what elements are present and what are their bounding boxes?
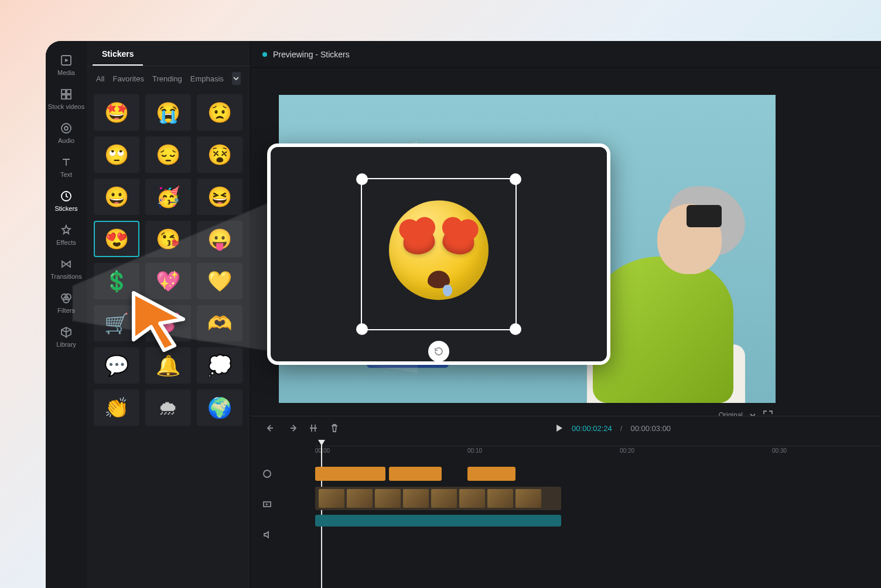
- gold-hearts-icon: 💛: [197, 263, 243, 299]
- rain-cloud-icon: 🌧: [145, 389, 191, 426]
- transitions-icon: [60, 258, 73, 271]
- sticker-wink-kiss-emoji[interactable]: 😘: [145, 221, 191, 257]
- floating-hearts-icon: 💕: [145, 305, 191, 341]
- sticker-earth-plants[interactable]: 🌍: [197, 389, 243, 426]
- rail-effects[interactable]: Effects: [46, 220, 87, 254]
- thought-heart-icon: 💭: [197, 347, 243, 384]
- sticker-omg-hands[interactable]: 👏: [94, 389, 139, 426]
- sticker-rain-cloud[interactable]: 🌧: [145, 389, 191, 426]
- sticker-edit-overlay[interactable]: [267, 143, 610, 365]
- sticker-tongue-out-emoji[interactable]: 😛: [197, 221, 243, 257]
- ruler-tick: 00:10: [467, 447, 482, 454]
- play-icon[interactable]: [554, 423, 564, 433]
- omg-hands-icon: 👏: [94, 389, 139, 426]
- stock-videos-icon: [60, 88, 73, 101]
- rail-text[interactable]: Text: [46, 152, 87, 186]
- sticker-grid: 🤩😭😟🙄😔😵😀🥳😆😍😘😛💲💖💛🛒💕🫶💬🔔💭👏🌧🌍: [87, 91, 250, 437]
- effects-icon: [60, 224, 73, 237]
- sticker-gold-hearts[interactable]: 💛: [197, 263, 243, 299]
- video-track[interactable]: 123.mp4 00:16:03: [315, 487, 881, 510]
- hand-heart-icon: 🫶: [197, 305, 243, 341]
- rail-media[interactable]: Media: [46, 50, 87, 84]
- timeline-ruler[interactable]: 00:00 00:10 00:20 00:30: [315, 446, 881, 455]
- bell-bow-icon: 🔔: [145, 347, 191, 384]
- stickers-panel: Stickers All Favorites Trending Emphasis…: [87, 41, 251, 588]
- resize-handle-tr[interactable]: [510, 173, 521, 185]
- star-eyes-emoji-icon: 🤩: [94, 94, 139, 131]
- sticker-hand-heart[interactable]: 🫶: [197, 305, 243, 341]
- video-clip[interactable]: 123.mp4 00:16:03: [315, 487, 561, 510]
- sticker-worried-emoji[interactable]: 😟: [197, 94, 243, 131]
- split-icon[interactable]: [308, 423, 319, 433]
- sticker-hearts-stars[interactable]: 💖: [145, 263, 191, 299]
- resize-handle-bl[interactable]: [356, 323, 368, 335]
- sticker-haha-laugh-emoji[interactable]: 😆: [197, 179, 243, 215]
- svg-point-6: [64, 127, 68, 130]
- ruler-tick: 00:20: [620, 447, 634, 454]
- tab-all[interactable]: All: [96, 74, 104, 83]
- video-lane-icon: [262, 493, 272, 516]
- library-icon: [60, 326, 73, 339]
- sticker-crying-emoji[interactable]: 😭: [145, 94, 191, 131]
- rotate-handle[interactable]: [428, 341, 449, 362]
- tab-favorites[interactable]: Favorites: [112, 74, 144, 83]
- tab-trending[interactable]: Trending: [152, 74, 182, 83]
- ruler-tick: 00:30: [772, 447, 787, 454]
- audio-track[interactable]: [315, 515, 881, 527]
- sticker-floating-hearts[interactable]: 💕: [145, 305, 191, 341]
- rail-label: Stock videos: [48, 103, 84, 110]
- sticker-eye-roll-emoji[interactable]: 🙄: [94, 136, 139, 173]
- worried-emoji-icon: 😟: [197, 94, 243, 131]
- sticker-dollar-sign[interactable]: 💲: [94, 263, 139, 299]
- undo-icon[interactable]: [266, 423, 276, 433]
- rail-stickers[interactable]: Stickers: [46, 186, 87, 220]
- sticker-speech-gifts[interactable]: 💬: [94, 347, 139, 384]
- sticker-bell-bow[interactable]: 🔔: [145, 347, 191, 384]
- sticker-star-eyes-emoji[interactable]: 🤩: [94, 94, 139, 131]
- rail-label: Library: [56, 341, 76, 348]
- heart-eyes-sticker[interactable]: [389, 200, 489, 300]
- eye-roll-emoji-icon: 🙄: [94, 136, 139, 173]
- resize-handle-tl[interactable]: [356, 173, 368, 185]
- crying-emoji-icon: 😭: [145, 94, 191, 131]
- sticker-thought-heart[interactable]: 💭: [197, 347, 243, 384]
- sticker-clip[interactable]: [315, 467, 385, 481]
- tab-emphasis[interactable]: Emphasis: [190, 74, 224, 83]
- audio-lane-icon: [262, 528, 272, 542]
- video-editor-window: Media Stock videos Audio Text Stickers E…: [46, 41, 881, 588]
- redo-icon[interactable]: [287, 423, 298, 433]
- sticker-bounding-box[interactable]: [361, 178, 517, 330]
- earth-plants-icon: 🌍: [197, 389, 243, 426]
- rail-stock-videos[interactable]: Stock videos: [46, 84, 87, 118]
- camera-prop: [687, 205, 722, 227]
- heart-eyes-emoji-icon: 😍: [94, 221, 139, 257]
- rail-label: Effects: [56, 239, 76, 246]
- rail-filters[interactable]: Filters: [46, 288, 87, 322]
- left-tool-rail: Media Stock videos Audio Text Stickers E…: [46, 41, 87, 588]
- sticker-clip[interactable]: [467, 467, 515, 481]
- audio-clip[interactable]: [315, 515, 561, 527]
- time-current: 00:00:02:24: [572, 424, 612, 433]
- preview-header: Previewing - Stickers: [251, 41, 881, 68]
- timeline-toolbar: [251, 416, 340, 440]
- sticker-clip[interactable]: [389, 467, 442, 481]
- preview-title: Previewing - Stickers: [273, 50, 350, 59]
- rail-audio[interactable]: Audio: [46, 118, 87, 152]
- grin-emoji-icon: 😀: [94, 179, 139, 215]
- timeline: 00:00:02:24 / 00:00:03:00 00:00 00:10 00…: [251, 416, 881, 588]
- resize-handle-br[interactable]: [510, 323, 521, 335]
- speech-gifts-icon: 💬: [94, 347, 139, 384]
- sticker-party-tongue-emoji[interactable]: 🥳: [145, 179, 191, 215]
- rail-label: Stickers: [54, 205, 77, 212]
- delete-icon[interactable]: [329, 423, 340, 433]
- svg-point-13: [264, 470, 271, 477]
- sticker-heart-cart[interactable]: 🛒: [94, 305, 139, 341]
- rail-library[interactable]: Library: [46, 322, 87, 356]
- sticker-track[interactable]: [315, 467, 881, 481]
- tabs-more-button[interactable]: [232, 72, 241, 85]
- sticker-dizzy-emoji[interactable]: 😵: [197, 136, 243, 173]
- rail-transitions[interactable]: Transitions: [46, 254, 87, 288]
- sticker-heart-eyes-emoji[interactable]: 😍: [94, 221, 139, 257]
- sticker-pensive-emoji[interactable]: 😔: [145, 136, 191, 173]
- sticker-grin-emoji[interactable]: 😀: [94, 179, 139, 215]
